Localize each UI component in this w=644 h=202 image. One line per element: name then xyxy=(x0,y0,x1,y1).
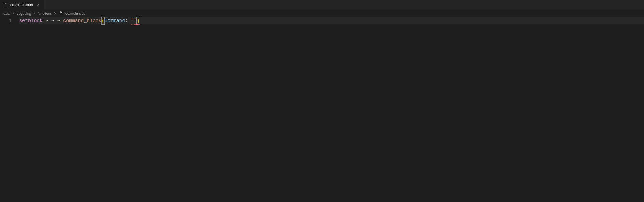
token-key: Command xyxy=(104,17,125,24)
breadcrumb: data spgoding functions foo.mcfunction xyxy=(0,10,644,17)
token-brace-close: } xyxy=(136,17,140,25)
file-icon xyxy=(58,11,63,16)
gutter: 1 xyxy=(0,17,19,24)
breadcrumb-segment[interactable]: spgoding xyxy=(17,11,31,16)
chevron-right-icon xyxy=(12,12,15,15)
editor-tab[interactable]: foo.mcfunction × xyxy=(0,0,44,10)
breadcrumb-segment[interactable]: data xyxy=(3,11,10,16)
breadcrumb-file[interactable]: foo.mcfunction xyxy=(58,11,87,16)
token-space xyxy=(60,17,63,24)
token-space xyxy=(42,17,45,24)
tab-label: foo.mcfunction xyxy=(10,3,33,7)
file-icon xyxy=(3,3,8,7)
token-string: "" xyxy=(131,17,137,25)
token-command: setblock xyxy=(19,17,42,24)
line-number: 1 xyxy=(0,17,12,24)
chevron-right-icon xyxy=(53,12,57,15)
code-line[interactable]: setblock ~ ~ ~ command_block{Command: ""… xyxy=(19,17,644,24)
token-coord: ~ xyxy=(45,17,48,24)
token-coord: ~ xyxy=(51,17,54,24)
tab-bar: foo.mcfunction × xyxy=(0,0,644,10)
close-icon[interactable]: × xyxy=(36,3,41,7)
token-space xyxy=(54,17,57,24)
token-space xyxy=(48,17,51,24)
chevron-right-icon xyxy=(33,12,36,15)
editor[interactable]: 1 setblock ~ ~ ~ command_block{Command: … xyxy=(0,17,644,24)
token-space xyxy=(128,17,131,24)
breadcrumb-file-label: foo.mcfunction xyxy=(64,11,87,16)
code-area[interactable]: setblock ~ ~ ~ command_block{Command: ""… xyxy=(19,17,644,24)
token-block: command_block xyxy=(63,17,101,24)
token-colon: : xyxy=(125,17,128,24)
token-coord: ~ xyxy=(57,17,60,24)
breadcrumb-segment[interactable]: functions xyxy=(38,11,52,16)
